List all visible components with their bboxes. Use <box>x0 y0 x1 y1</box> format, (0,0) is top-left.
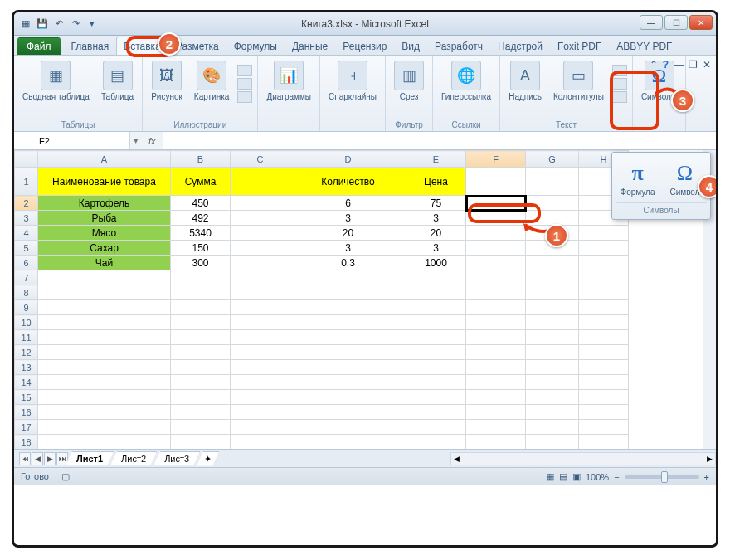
sheet-tab-2[interactable]: Лист2 <box>110 451 157 465</box>
quick-access-toolbar: ▦ 💾 ↶ ↷ ▾ <box>14 17 99 31</box>
window-restore-icon[interactable]: ❐ <box>689 59 698 71</box>
text-mini[interactable] <box>612 65 627 103</box>
sheet-nav-prev[interactable]: ◀ <box>32 452 43 465</box>
view-normal-icon[interactable]: ▦ <box>546 471 554 482</box>
pivot-table-button[interactable]: ▦Сводная таблица <box>19 59 93 103</box>
col-header-f[interactable]: F <box>466 151 526 168</box>
sheet-tab-1[interactable]: Лист1 <box>66 451 114 465</box>
tab-file[interactable]: Файл <box>17 37 61 55</box>
cell[interactable] <box>231 168 290 196</box>
sheet-tabs: ⏮ ◀ ▶ ⏭ Лист1 Лист2 Лист3 ✦ ◀ ▶ <box>14 449 716 467</box>
symbols-dropdown-popup: π Формула Ω Символ Символы <box>611 152 711 220</box>
callout-num-4: 4 <box>698 175 718 198</box>
help-icon[interactable]: ? <box>663 59 669 71</box>
maximize-button[interactable]: ☐ <box>664 15 688 30</box>
formula-bar: F2 ▾ fx <box>14 132 716 150</box>
close-button[interactable]: ✕ <box>689 15 713 30</box>
titlebar: ▦ 💾 ↶ ↷ ▾ Книга3.xlsx - Microsoft Excel … <box>14 12 716 36</box>
view-layout-icon[interactable]: ▤ <box>559 471 567 482</box>
pi-icon: π <box>624 159 652 187</box>
minimize-ribbon-icon[interactable]: ⌃ <box>650 59 658 71</box>
tab-review[interactable]: Рецензир <box>335 37 394 55</box>
zoom-level[interactable]: 100% <box>586 472 609 482</box>
tab-developer[interactable]: Разработч <box>427 37 490 55</box>
hyperlink-button[interactable]: 🌐Гиперссылка <box>438 59 494 103</box>
shapes-mini[interactable] <box>237 65 252 103</box>
cell[interactable]: Количество <box>290 168 406 196</box>
ribbon-tabs: Файл Главная Вставка Разметка Формулы Да… <box>14 36 716 56</box>
col-header-a[interactable]: A <box>38 151 171 168</box>
macro-record-icon[interactable]: ▢ <box>61 471 70 481</box>
zoom-slider[interactable] <box>625 475 699 479</box>
spreadsheet-grid[interactable]: A B C D E F G H 1 Наименование товара Су… <box>14 150 629 449</box>
fx-icon[interactable]: fx <box>142 136 163 146</box>
clipart-button[interactable]: 🎨Картинка <box>191 59 233 103</box>
hscroll-left-icon[interactable]: ◀ <box>451 455 462 463</box>
select-all[interactable] <box>15 151 38 168</box>
cell[interactable] <box>526 168 579 196</box>
sparklines-button[interactable]: ⫞Спарклайны <box>325 59 380 103</box>
window-title: Книга3.xlsx - Microsoft Excel <box>301 18 429 30</box>
charts-button[interactable]: 📊Диаграммы <box>263 59 314 103</box>
sheet-nav-next[interactable]: ▶ <box>44 452 56 465</box>
status-text: Готово <box>21 471 49 481</box>
cell[interactable]: Наименование товара <box>38 168 171 196</box>
picture-button[interactable]: 🖼Рисунок <box>148 59 186 103</box>
ribbon-group-text: AНадпись ▭Колонтитулы Текст <box>500 56 633 131</box>
tab-home[interactable]: Главная <box>64 37 117 55</box>
undo-icon[interactable]: ↶ <box>52 17 66 31</box>
redo-icon[interactable]: ↷ <box>69 17 82 31</box>
zoom-out-icon[interactable]: − <box>614 472 619 482</box>
equation-button[interactable]: π Формула <box>616 156 659 200</box>
qat-more-icon[interactable]: ▾ <box>85 17 99 31</box>
slicer-button[interactable]: ▥Срез <box>391 59 427 103</box>
status-bar: Готово ▢ ▦ ▤ ▣ 100% − + <box>14 467 716 485</box>
ribbon-help-icons: ⌃ ? — ❐ ✕ <box>650 59 711 71</box>
tab-abbyy[interactable]: ABBYY PDF <box>609 37 679 55</box>
cell[interactable]: Цена <box>406 168 466 196</box>
omega-icon: Ω <box>671 159 699 187</box>
callout-num-3: 3 <box>671 89 694 112</box>
selected-cell-f2[interactable] <box>466 196 526 211</box>
minimize-button[interactable]: — <box>640 15 663 30</box>
sheet-nav-first[interactable]: ⏮ <box>19 452 31 465</box>
ribbon-group-links: 🌐Гиперссылка Ссылки <box>433 56 500 131</box>
excel-icon: ▦ <box>19 17 32 31</box>
zoom-in-icon[interactable]: + <box>704 472 709 482</box>
ribbon-group-illustrations: 🖼Рисунок 🎨Картинка Иллюстрации <box>143 56 258 131</box>
sheet-nav-last[interactable]: ⏭ <box>56 452 68 465</box>
tab-formulas[interactable]: Формулы <box>226 37 285 55</box>
table-button[interactable]: ▤Таблица <box>98 59 137 103</box>
cell[interactable]: Сумма <box>171 168 231 196</box>
col-header-b[interactable]: B <box>171 151 231 168</box>
ribbon-group-filter: ▥Срез Фильтр <box>386 56 433 131</box>
sheet-tab-3[interactable]: Лист3 <box>153 451 200 465</box>
tab-view[interactable]: Вид <box>394 37 427 55</box>
ribbon-group-tables: ▦Сводная таблица ▤Таблица Таблицы <box>14 56 143 131</box>
name-box-dropdown-icon[interactable]: ▾ <box>130 135 142 146</box>
col-header-g[interactable]: G <box>526 151 579 168</box>
cell[interactable] <box>466 168 526 196</box>
view-pagebreak-icon[interactable]: ▣ <box>572 471 581 482</box>
save-icon[interactable]: 💾 <box>36 17 49 31</box>
row-header[interactable]: 1 <box>15 168 38 196</box>
window-close-icon[interactable]: ✕ <box>703 59 711 71</box>
ribbon-group-sparklines: ⫞Спарклайны <box>320 56 386 131</box>
header-footer-button[interactable]: ▭Колонтитулы <box>550 59 607 103</box>
ribbon: ▦Сводная таблица ▤Таблица Таблицы 🖼Рисун… <box>14 56 716 132</box>
col-header-c[interactable]: C <box>231 151 290 168</box>
callout-num-2: 2 <box>158 32 181 56</box>
formula-input[interactable] <box>163 132 716 149</box>
col-header-d[interactable]: D <box>290 151 406 168</box>
name-box[interactable]: F2 <box>14 132 130 149</box>
popup-group-name: Символы <box>616 202 707 216</box>
new-sheet-button[interactable]: ✦ <box>197 451 219 466</box>
window-minimize-icon[interactable]: — <box>674 59 684 71</box>
tab-foxit[interactable]: Foxit PDF <box>550 37 609 55</box>
hscroll-right-icon[interactable]: ▶ <box>704 455 715 463</box>
tab-data[interactable]: Данные <box>285 37 335 55</box>
tab-addins[interactable]: Надстрой <box>490 37 550 55</box>
textbox-button[interactable]: AНадпись <box>505 59 545 103</box>
col-header-e[interactable]: E <box>406 151 466 168</box>
callout-num-1: 1 <box>545 224 568 247</box>
